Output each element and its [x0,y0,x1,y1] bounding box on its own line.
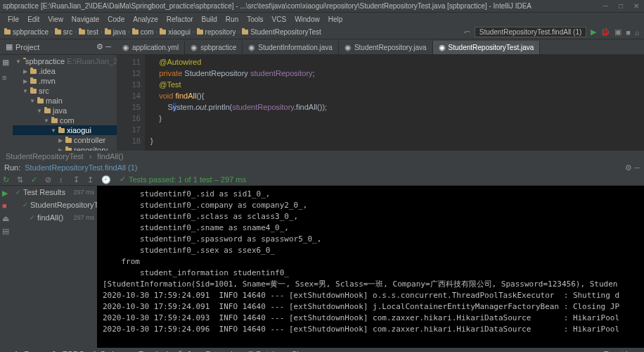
bc-method[interactable]: findAll() [97,152,123,161]
console-output[interactable]: studentinf0_.sid as sid1_0_, studentinf0… [97,186,644,348]
rerun-icon[interactable]: ↻ [3,175,11,184]
run-icon[interactable]: ▶ [591,27,596,37]
collapse-icon[interactable]: ↥ [87,175,96,184]
sort-icon[interactable]: ↕ [59,175,67,184]
structure-icon[interactable]: ≡ [2,73,11,82]
project-view-icon[interactable]: ▦ [2,58,11,66]
stop-icon[interactable]: ■ [626,28,631,37]
crumb-0[interactable]: spbpractice [4,28,49,36]
run-config-name[interactable]: StudentRepositoryTest.findAll (1) [25,163,137,172]
tab-StudentRepository.java[interactable]: ◉StudentRepository.java [339,41,433,54]
tool-run[interactable]: ▶4: Run [6,350,38,353]
crumb-3[interactable]: java [105,28,126,36]
crumb-1[interactable]: src [55,28,72,36]
close-icon[interactable]: ✕ [631,2,641,11]
crumb-5[interactable]: xiaogui [160,28,191,36]
menu-analyze[interactable]: Analyze [129,15,162,23]
run-again-icon[interactable]: ▶ [2,189,11,197]
left-tool-strip: ▦ ≡ [0,55,13,151]
code-area[interactable]: @Autowired private StudentRepository stu… [145,55,644,151]
filter-ignore-icon[interactable]: ⊘ [45,175,53,184]
coverage-icon[interactable]: ▣ [614,27,622,37]
crumb-4[interactable]: com [132,28,154,36]
tab-application.yml[interactable]: ◉application.yml [117,41,185,54]
tool-terminal[interactable]: ▣Terminal [129,350,168,353]
menu-vcs[interactable]: VCS [269,15,290,23]
expand-icon[interactable]: ↧ [73,175,82,184]
menu-code[interactable]: Code [104,15,128,23]
tool-java-enterprise[interactable]: ☕Java Enterprise [175,350,240,353]
run-settings-icon[interactable]: ⚙ ─ [625,163,640,172]
menu-file[interactable]: File [4,15,22,23]
menubar: FileEditViewNavigateCodeAnalyzeRefactorB… [0,13,644,25]
nav-breadcrumb: spbpractice›src›test›java›com›xiaogui›re… [0,25,644,39]
tests-status: ✓Tests passed: 1 of 1 test – 297 ms [120,175,246,184]
editor-breadcrumb: StudentRepositoryTest › findAll() [0,151,644,162]
project-tool-label[interactable]: ▦Project⚙ ─ [0,39,117,54]
test-node[interactable]: ✓Test Results297 ms [14,187,96,197]
minimize-icon[interactable]: ─ [600,2,610,11]
history-icon[interactable]: 🕘 [101,175,110,184]
project-tree[interactable]: ▼spbpractice E:\RuanJian_2\IDEA\DaiMa\Sp… [13,55,117,151]
bottom-toolbar: ▶4: Run≡6: TODO✿Spring▣Terminal☕Java Ent… [0,348,644,352]
menu-window[interactable]: Window [291,15,323,23]
run-config-dropdown[interactable]: StudentRepositoryTest.findAll (1) [475,27,587,37]
tree-.mvn[interactable]: ▶.mvn [13,76,117,86]
tree-com[interactable]: ▼com [13,115,117,125]
line-gutter: 1112131415161718 [117,55,145,151]
tree-src[interactable]: ▼src [13,86,117,96]
search-icon[interactable]: ⌕ [635,28,640,37]
tree-java[interactable]: ▼java [13,106,117,115]
menu-run[interactable]: Run [222,15,242,23]
tree-repository[interactable]: ▶repository [13,145,117,151]
tab-StudentInformation.java[interactable]: ◉StudentInformation.java [243,41,339,54]
tree-main[interactable]: ▼main [13,96,117,106]
run-toolbar: ↻ ⇅ ✓ ⊘ ↕ ↧ ↥ 🕘 ✓Tests passed: 1 of 1 te… [0,173,644,186]
window-title: spbpractice [E:\RuanJian_2\IDEA\DaiMa\Sp… [3,2,600,10]
debug-icon[interactable]: 🐞 [600,27,610,37]
titlebar: spbpractice [E:\RuanJian_2\IDEA\DaiMa\Sp… [0,0,644,13]
tree-controller[interactable]: ▶controller [13,135,117,145]
tab-StudentRepositoryTest.java[interactable]: ◉StudentRepositoryTest.java [433,41,541,54]
code-editor[interactable]: 1112131415161718 @Autowired private Stud… [117,55,644,151]
tree-xiaogui[interactable]: ▼xiaogui [13,125,117,135]
crumb-2[interactable]: test [79,28,98,36]
run-layout-icon[interactable]: ▤ [2,227,11,235]
menu-tools[interactable]: Tools [243,15,266,23]
tree-.idea[interactable]: ▶.idea [13,66,117,76]
bc-class[interactable]: StudentRepositoryTest [6,152,84,161]
tool-spring[interactable]: ✿Spring [91,350,122,353]
test-node[interactable]: ✓StudentRepositoryTest297 ms [14,197,96,213]
tab-spbpractice[interactable]: ◉spbpractice [185,41,243,54]
toggle-icon[interactable]: ⇅ [17,175,25,184]
menu-edit[interactable]: Edit [24,15,43,23]
test-tree[interactable]: ✓Test Results297 ms✓StudentRepositoryTes… [13,186,97,348]
event-log[interactable]: ▤ Event Log [594,350,638,353]
run-panel: Run: StudentRepositoryTest.findAll (1) ⚙… [0,162,644,348]
tool-database-changes[interactable]: ⛁Database Changes [247,350,322,353]
menu-help[interactable]: Help [325,15,347,23]
maximize-icon[interactable]: □ [616,2,626,11]
menu-build[interactable]: Build [198,15,221,23]
crumb-6[interactable]: repository [197,28,236,36]
run-exit-icon[interactable]: ⏏ [2,214,11,222]
menu-refactor[interactable]: Refactor [163,15,197,23]
menu-navigate[interactable]: Navigate [68,15,103,23]
crumb-7[interactable]: StudentRepositoryTest [242,28,321,36]
editor-tabs: ▦Project⚙ ─ ◉application.yml◉spbpractice… [0,39,644,55]
filter-pass-icon[interactable]: ✓ [31,175,39,184]
menu-view[interactable]: View [44,15,67,23]
test-node[interactable]: ✓findAll()297 ms [14,213,96,222]
run-stop-icon[interactable]: ■ [2,201,11,210]
run-left-strip: ▶ ■ ⏏ ▤ [0,186,13,348]
tree-spbpractice[interactable]: ▼spbpractice E:\RuanJian_2\IDEA\DaiMa\Sp… [13,56,117,66]
run-label: Run: [4,163,20,172]
back-icon[interactable]: ⤺ [464,27,470,37]
